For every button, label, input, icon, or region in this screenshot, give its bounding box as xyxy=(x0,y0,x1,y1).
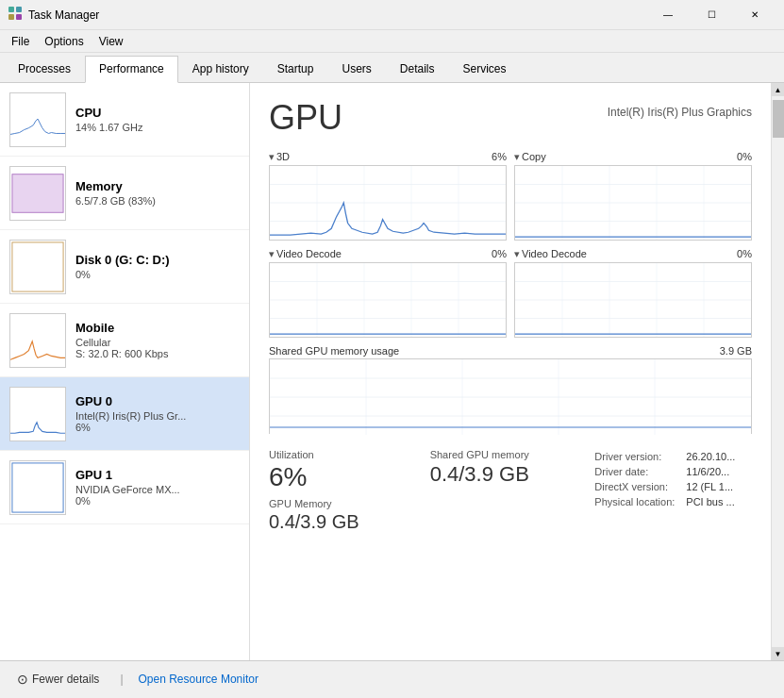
tab-processes[interactable]: Processes xyxy=(4,56,85,82)
gpu0-value: 6% xyxy=(75,422,240,433)
sidebar-item-gpu1[interactable]: GPU 1 NVIDIA GeForce MX... 0% xyxy=(0,451,249,524)
chart-copy-value: 0% xyxy=(737,151,752,163)
sidebar-item-gpu0[interactable]: GPU 0 Intel(R) Iris(R) Plus Gr... 6% xyxy=(0,377,249,451)
menu-bar: File Options View xyxy=(0,30,784,53)
content-header: GPU Intel(R) Iris(R) Plus Graphics xyxy=(269,98,752,138)
gpu1-detail: NVIDIA GeForce MX... xyxy=(75,484,240,495)
svg-rect-3 xyxy=(16,14,22,20)
svg-rect-6 xyxy=(12,174,63,212)
memory-info: Memory 6.5/7.8 GB (83%) xyxy=(75,179,240,207)
shared-memory-section: Shared GPU memory usage 3.9 GB xyxy=(269,345,752,434)
chart-copy: ▾Copy 0% xyxy=(514,151,752,241)
utilization-block: Utilization 6% GPU Memory 0.4/3.9 GB xyxy=(269,445,430,537)
directx-value: 12 (FL 1... xyxy=(682,479,739,494)
shared-gpu-label: Shared GPU memory xyxy=(430,449,592,460)
sidebar-item-cpu[interactable]: CPU 14% 1.67 GHz xyxy=(0,83,249,157)
shared-gpu-block: Shared GPU memory 0.4/3.9 GB xyxy=(430,445,592,537)
disk-thumbnail xyxy=(9,240,66,294)
chart-3d-value: 6% xyxy=(492,151,507,163)
app-icon xyxy=(8,6,23,24)
main-content: CPU 14% 1.67 GHz Memory 6.5/7.8 GB (83%) xyxy=(0,83,784,660)
physical-value: PCI bus ... xyxy=(682,494,739,509)
fewer-details-label: Fewer details xyxy=(32,673,99,686)
chart-3d-label: ▾3D xyxy=(269,151,290,163)
shared-mem-label: Shared GPU memory usage xyxy=(269,345,399,357)
fewer-details-button[interactable]: ⊙ Fewer details xyxy=(11,668,105,690)
utilization-label: Utilization xyxy=(269,449,430,460)
gpu1-name: GPU 1 xyxy=(75,468,240,482)
gpu-subtitle: Intel(R) Iris(R) Plus Graphics xyxy=(608,98,752,119)
open-resource-monitor-link[interactable]: Open Resource Monitor xyxy=(139,673,259,686)
chart-3d: ▾3D 6% xyxy=(269,151,507,241)
sidebar-item-mobile[interactable]: Mobile Cellular S: 32.0 R: 600 Kbps xyxy=(0,304,249,377)
driver-block: Driver version: 26.20.10... Driver date:… xyxy=(591,445,752,537)
disk-detail: 0% xyxy=(75,269,240,280)
cpu-detail: 14% 1.67 GHz xyxy=(75,122,240,133)
shared-mem-value: 3.9 GB xyxy=(720,345,752,357)
menu-options[interactable]: Options xyxy=(37,33,91,50)
menu-file[interactable]: File xyxy=(4,33,37,50)
chart-copy-label-row: ▾Copy 0% xyxy=(514,151,752,163)
chart-copy-box xyxy=(514,165,752,241)
directx-label: DirectX version: xyxy=(591,479,682,494)
tab-users[interactable]: Users xyxy=(327,56,385,82)
tab-app-history[interactable]: App history xyxy=(178,56,263,82)
chart-vd2-label: ▾Video Decode xyxy=(514,248,587,260)
utilization-value: 6% xyxy=(269,462,430,492)
svg-rect-1 xyxy=(16,7,22,12)
svg-rect-11 xyxy=(10,461,65,514)
disk-name: Disk 0 (G: C: D:) xyxy=(75,253,240,267)
memory-name: Memory xyxy=(75,179,240,193)
chart-vd1-box xyxy=(269,262,507,338)
bottom-bar: ⊙ Fewer details | Open Resource Monitor xyxy=(0,660,784,696)
physical-location-row: Physical location: PCI bus ... xyxy=(591,494,739,509)
close-button[interactable]: ✕ xyxy=(733,0,776,30)
chart-vd2-box xyxy=(514,262,752,338)
driver-date-value: 11/6/20... xyxy=(682,464,739,479)
driver-date-label: Driver date: xyxy=(591,464,682,479)
tab-startup[interactable]: Startup xyxy=(263,56,328,82)
scrollbar-up-button[interactable]: ▲ xyxy=(772,83,785,96)
scrollbar-thumb[interactable] xyxy=(773,100,784,138)
gpu1-value: 0% xyxy=(75,495,240,507)
gpu-memory-label: GPU Memory xyxy=(269,498,430,509)
minimize-button[interactable]: — xyxy=(646,0,690,30)
cpu-thumbnail xyxy=(9,92,66,147)
sidebar-item-disk[interactable]: Disk 0 (G: C: D:) 0% xyxy=(0,230,249,304)
menu-view[interactable]: View xyxy=(92,33,131,50)
driver-table: Driver version: 26.20.10... Driver date:… xyxy=(591,449,739,509)
gpu0-name: GPU 0 xyxy=(75,394,240,408)
svg-rect-9 xyxy=(10,314,65,367)
driver-date-row: Driver date: 11/6/20... xyxy=(591,464,739,479)
maximize-button[interactable]: ☐ xyxy=(690,0,733,30)
gpu-title: GPU xyxy=(269,98,342,138)
charts-grid: ▾3D 6% xyxy=(269,151,752,338)
chart-3d-label-row: ▾3D 6% xyxy=(269,151,507,163)
chart-3d-box xyxy=(269,165,507,241)
window-title: Task Manager xyxy=(28,8,646,22)
stats-row: Utilization 6% GPU Memory 0.4/3.9 GB Sha… xyxy=(269,445,752,537)
performance-content: GPU Intel(R) Iris(R) Plus Graphics ▾3D 6… xyxy=(250,83,771,660)
tab-performance[interactable]: Performance xyxy=(85,56,178,83)
window-controls: — ☐ ✕ xyxy=(646,0,776,30)
scrollbar[interactable]: ▲ ▼ xyxy=(771,83,784,660)
driver-version-value: 26.20.10... xyxy=(682,449,739,464)
svg-rect-2 xyxy=(8,14,14,20)
cpu-info: CPU 14% 1.67 GHz xyxy=(75,106,240,133)
tab-bar: Processes Performance App history Startu… xyxy=(0,53,784,83)
chart-vd1-label-row: ▾Video Decode 0% xyxy=(269,248,507,260)
tab-details[interactable]: Details xyxy=(386,56,449,82)
scrollbar-down-button[interactable]: ▼ xyxy=(772,647,785,660)
sidebar: CPU 14% 1.67 GHz Memory 6.5/7.8 GB (83%) xyxy=(0,83,250,660)
gpu-memory-value: 0.4/3.9 GB xyxy=(269,511,430,533)
directx-row: DirectX version: 12 (FL 1... xyxy=(591,479,739,494)
fewer-details-icon: ⊙ xyxy=(17,672,28,687)
title-bar: Task Manager — ☐ ✕ xyxy=(0,0,784,30)
mobile-detail: Cellular xyxy=(75,337,240,348)
shared-memory-chart xyxy=(269,358,752,434)
sidebar-item-memory[interactable]: Memory 6.5/7.8 GB (83%) xyxy=(0,157,249,230)
tab-services[interactable]: Services xyxy=(449,56,521,82)
mobile-info: Mobile Cellular S: 32.0 R: 600 Kbps xyxy=(75,321,240,359)
svg-rect-7 xyxy=(10,241,65,293)
gpu0-info: GPU 0 Intel(R) Iris(R) Plus Gr... 6% xyxy=(75,394,240,433)
